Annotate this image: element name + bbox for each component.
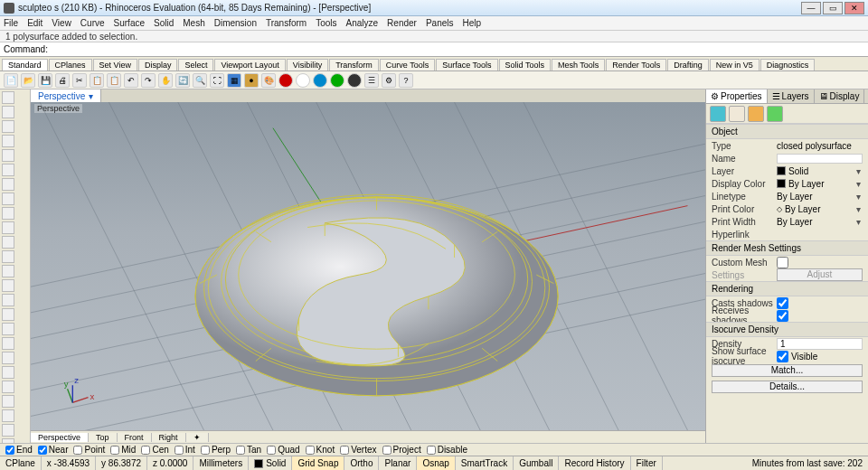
tooltab-select[interactable]: Select	[178, 59, 213, 70]
tooltab-new-in-v5[interactable]: New in V5	[710, 59, 760, 70]
tooltab-curve-tools[interactable]: Curve Tools	[380, 59, 435, 70]
menu-solid[interactable]: Solid	[154, 18, 174, 28]
status-smarttrack[interactable]: SmartTrack	[456, 456, 514, 470]
osnap-mid-checkbox[interactable]	[110, 446, 119, 455]
tooltab-viewport-layout[interactable]: Viewport Layout	[214, 59, 285, 70]
viewport-header[interactable]: Perspective ▾	[31, 89, 101, 102]
menu-file[interactable]: File	[4, 18, 18, 28]
color-swatch-1[interactable]	[278, 73, 293, 88]
boolean-tool[interactable]	[2, 323, 14, 335]
arc-tool[interactable]	[2, 149, 14, 162]
status-record-history[interactable]: Record History	[559, 456, 630, 470]
osnap-vertex-checkbox[interactable]	[340, 446, 349, 455]
osnap-tan[interactable]: Tan	[236, 445, 261, 455]
chevron-down-icon[interactable]: ▾	[89, 91, 93, 101]
panel-tab-properties[interactable]: ⚙ Properties	[706, 89, 768, 103]
status-planar[interactable]: Planar	[379, 456, 417, 470]
command-input[interactable]	[52, 44, 864, 54]
chevron-down-icon[interactable]: ▾	[854, 166, 863, 176]
view-icon[interactable]: ▦	[227, 73, 241, 88]
zoom-extents-icon[interactable]: ⛶	[210, 73, 224, 88]
layers-icon[interactable]: ☰	[364, 73, 379, 88]
loft-tool[interactable]	[2, 308, 14, 321]
prop-name-value[interactable]	[777, 154, 863, 164]
open-icon[interactable]: 📂	[21, 73, 35, 88]
tooltab-display[interactable]: Display	[138, 59, 178, 70]
viewtab-top[interactable]: Top	[89, 433, 118, 442]
osnap-disable-checkbox[interactable]	[427, 446, 436, 455]
pan-icon[interactable]: ✋	[158, 73, 173, 88]
osnap-point-checkbox[interactable]	[73, 446, 82, 455]
rect-tool[interactable]	[2, 164, 14, 176]
status-grid-snap[interactable]: Grid Snap	[292, 456, 344, 470]
osnap-cen-checkbox[interactable]	[141, 446, 150, 455]
tooltab-visibility[interactable]: Visibility	[287, 59, 328, 70]
receives-shadows-checkbox[interactable]	[777, 310, 788, 322]
osnap-knot-checkbox[interactable]	[306, 446, 315, 455]
status-cplane[interactable]: CPlane	[0, 456, 42, 470]
paste-icon[interactable]: 📋	[107, 73, 121, 88]
minimize-button[interactable]: —	[801, 2, 821, 14]
material-icon[interactable]	[729, 106, 745, 122]
rotate-icon[interactable]: 🔄	[175, 73, 190, 88]
details-button[interactable]: Details...	[712, 381, 863, 393]
tooltab-drafting[interactable]: Drafting	[667, 59, 709, 70]
undo-icon[interactable]: ↶	[124, 73, 138, 88]
extrude-tool[interactable]	[2, 294, 14, 306]
osnap-project-checkbox[interactable]	[382, 446, 392, 455]
explode-tool[interactable]	[2, 395, 14, 408]
surface-tool[interactable]	[2, 193, 14, 205]
prop-printcolor-value[interactable]: ◇By Layer	[777, 204, 854, 214]
status-gumball[interactable]: Gumball	[514, 456, 559, 470]
osnap-point[interactable]: Point	[73, 445, 105, 455]
panel-tab-display[interactable]: 🖥 Display	[815, 89, 865, 103]
status-osnap[interactable]: Osnap	[417, 456, 455, 470]
osnap-int[interactable]: Int	[175, 445, 195, 455]
menu-surface[interactable]: Surface	[114, 18, 145, 28]
osnap-end-checkbox[interactable]	[5, 446, 14, 455]
osnap-near-checkbox[interactable]	[38, 446, 47, 455]
osnap-project[interactable]: Project	[382, 445, 421, 455]
chevron-down-icon[interactable]: ▾	[854, 217, 863, 227]
copy-icon[interactable]: 📋	[90, 73, 104, 88]
maximize-button[interactable]: ▭	[823, 2, 843, 14]
prop-layer-value[interactable]: Solid	[777, 166, 854, 176]
prop-displaycolor-value[interactable]: By Layer	[777, 179, 854, 189]
prop-linetype-value[interactable]: By Layer	[777, 192, 854, 202]
new-icon[interactable]: 📄	[4, 73, 18, 88]
color-swatch-2[interactable]	[296, 73, 310, 88]
cut-icon[interactable]: ✂	[72, 73, 87, 88]
tooltab-render-tools[interactable]: Render Tools	[606, 59, 666, 70]
trim-tool[interactable]	[2, 352, 14, 364]
fillet-tool[interactable]	[2, 337, 14, 350]
tooltab-transform[interactable]: Transform	[329, 59, 379, 70]
close-button[interactable]: ✕	[844, 2, 864, 14]
lasso-tool[interactable]	[2, 106, 14, 118]
casts-shadows-checkbox[interactable]	[777, 297, 788, 309]
status-layer[interactable]: Solid	[249, 456, 292, 470]
box-tool[interactable]	[2, 236, 14, 249]
menu-dimension[interactable]: Dimension	[214, 18, 257, 28]
density-value[interactable]: 1	[777, 338, 863, 350]
tooltab-set-view[interactable]: Set View	[93, 59, 137, 70]
help-icon[interactable]: ?	[399, 73, 413, 88]
solid-tool[interactable]	[2, 207, 14, 220]
color-swatch-4[interactable]	[330, 73, 344, 88]
menu-view[interactable]: View	[52, 18, 71, 28]
status-units[interactable]: Millimeters	[193, 456, 249, 470]
menu-panels[interactable]: Panels	[426, 18, 454, 28]
properties-icon[interactable]: ⚙	[382, 73, 396, 88]
tooltab-surface-tools[interactable]: Surface Tools	[436, 59, 497, 70]
osnap-perp-checkbox[interactable]	[201, 446, 210, 455]
split-tool[interactable]	[2, 366, 14, 379]
custom-mesh-checkbox[interactable]	[777, 257, 788, 268]
chevron-down-icon[interactable]: ▾	[854, 204, 863, 214]
match-button[interactable]: Match...	[712, 364, 863, 377]
osnap-perp[interactable]: Perp	[201, 445, 231, 455]
osnap-end[interactable]: End	[5, 445, 33, 455]
circle-tool[interactable]	[2, 135, 14, 147]
chevron-down-icon[interactable]: ▾	[854, 192, 863, 202]
osnap-near[interactable]: Near	[38, 445, 69, 455]
menu-analyze[interactable]: Analyze	[346, 18, 379, 28]
render-icon[interactable]: 🎨	[261, 73, 276, 88]
